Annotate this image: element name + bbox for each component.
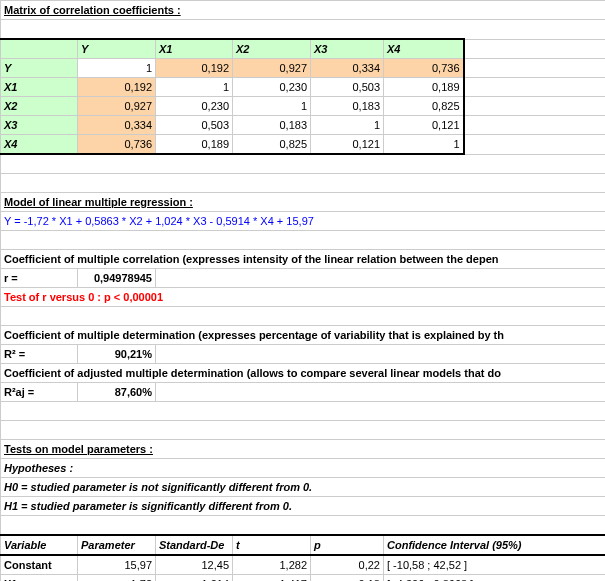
col-variable: Variable (1, 535, 78, 555)
corr-cell: 0,121 (311, 135, 384, 155)
hypotheses-label: Hypotheses : (1, 459, 606, 478)
row-header-x2: X2 (1, 97, 78, 116)
corr-cell: 1 (384, 135, 464, 155)
model-title: Model of linear multiple regression : (1, 193, 606, 212)
col-header-x3: X3 (311, 39, 384, 59)
ci-value: [ -4,306 ; 0,8668 ] (384, 575, 606, 582)
variable-name: X1 (1, 575, 78, 582)
corr-cell: 0,183 (233, 116, 311, 135)
corr-cell: 0,736 (384, 59, 464, 78)
row-header-y: Y (1, 59, 78, 78)
corr-cell: 0,230 (156, 97, 233, 116)
test-r-text: Test of r versus 0 : p < 0,00001 (1, 288, 606, 307)
r2-label: R² = (1, 345, 78, 364)
col-p: p (311, 535, 384, 555)
row-header-x4: X4 (1, 135, 78, 155)
corr-cell: 0,503 (156, 116, 233, 135)
h1-text: H1 = studied parameter is significantly … (1, 497, 606, 516)
row-header-x3: X3 (1, 116, 78, 135)
r-label: r = (1, 269, 78, 288)
corr-cell: 0,927 (233, 59, 311, 78)
corr-cell: 0,189 (156, 135, 233, 155)
corr-cell: 0,334 (78, 116, 156, 135)
corr-cell: 0,192 (156, 59, 233, 78)
corr-cell: 0,825 (233, 135, 311, 155)
corr-cell: 0,183 (311, 97, 384, 116)
corr-cell: 0,230 (233, 78, 311, 97)
corr-cell: 0,736 (78, 135, 156, 155)
corr-cell: 0,825 (384, 97, 464, 116)
col-standard-dev: Standard-De (156, 535, 233, 555)
ci-value: [ -10,58 ; 42,52 ] (384, 555, 606, 575)
h0-text: H0 = studied parameter is not significan… (1, 478, 606, 497)
r2-value: 90,21% (78, 345, 156, 364)
coef-adj-text: Coefficient of adjusted multiple determi… (1, 364, 606, 383)
t-value: -1,417 (233, 575, 311, 582)
corr-cell: 1 (233, 97, 311, 116)
row-header-x1: X1 (1, 78, 78, 97)
corr-cell: 0,189 (384, 78, 464, 97)
param-value: -1,72 (78, 575, 156, 582)
tests-title: Tests on model parameters : (1, 440, 606, 459)
col-header-y: Y (78, 39, 156, 59)
col-ci: Confidence Interval (95%) (384, 535, 606, 555)
corr-cell: 1 (156, 78, 233, 97)
corr-cell: 0,121 (384, 116, 464, 135)
col-header-x4: X4 (384, 39, 464, 59)
coef-mult-corr-text: Coefficient of multiple correlation (exp… (1, 250, 606, 269)
sd-value: 1,214 (156, 575, 233, 582)
col-header-x1: X1 (156, 39, 233, 59)
corr-cell: 1 (78, 59, 156, 78)
model-equation: Y = -1,72 * X1 + 0,5863 * X2 + 1,024 * X… (1, 212, 606, 231)
r2aj-value: 87,60% (78, 383, 156, 402)
col-t: t (233, 535, 311, 555)
corr-cell: 0,334 (311, 59, 384, 78)
corr-cell: 0,927 (78, 97, 156, 116)
p-value: 0,18 (311, 575, 384, 582)
coef-det-text: Coefficient of multiple determination (e… (1, 326, 606, 345)
sd-value: 12,45 (156, 555, 233, 575)
corr-cell: 0,192 (78, 78, 156, 97)
param-value: 15,97 (78, 555, 156, 575)
matrix-title: Matrix of correlation coefficients : (1, 1, 606, 20)
t-value: 1,282 (233, 555, 311, 575)
corr-cell: 0,503 (311, 78, 384, 97)
corr-cell: 1 (311, 116, 384, 135)
r2aj-label: R²aj = (1, 383, 78, 402)
spreadsheet-grid: Matrix of correlation coefficients :YX1X… (0, 0, 605, 581)
col-parameter: Parameter (78, 535, 156, 555)
r-value: 0,94978945 (78, 269, 156, 288)
col-header-x2: X2 (233, 39, 311, 59)
p-value: 0,22 (311, 555, 384, 575)
variable-name: Constant (1, 555, 78, 575)
